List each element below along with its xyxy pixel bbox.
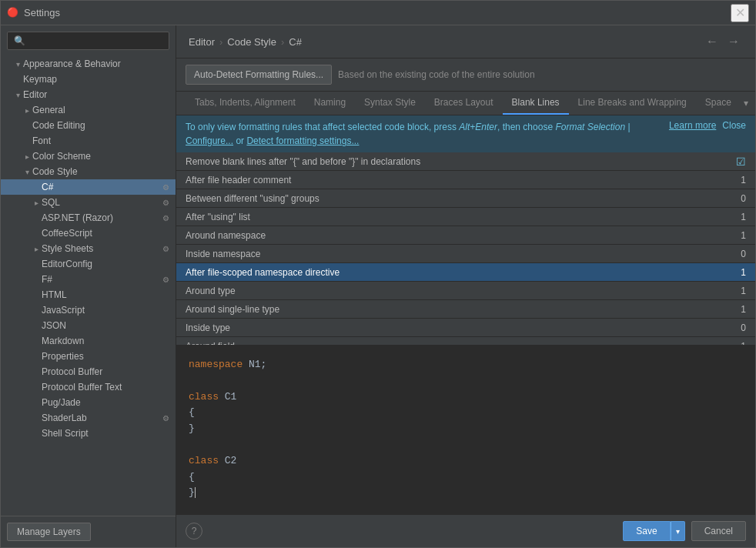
setting-value: 0 (715, 193, 746, 204)
sidebar-item-shaderlab[interactable]: ▾ ShaderLab ⚙ (1, 410, 176, 426)
tabs-more-icon[interactable]: ▾ (741, 95, 751, 112)
setting-row[interactable]: Around single-line type 1 (176, 300, 755, 319)
sidebar-item-pug-jade[interactable]: ▾ Pug/Jade (1, 395, 176, 410)
save-dropdown-button[interactable]: ▾ (671, 521, 685, 541)
sidebar: ▾ Appearance & Behavior ▾ Keymap ▾ Edito… (1, 25, 176, 547)
sidebar-item-shell-script[interactable]: ▾ Shell Script (1, 426, 176, 441)
manage-layers-button[interactable]: Manage Layers (7, 523, 91, 541)
collapse-arrow: ▸ (25, 152, 29, 161)
collapse-arrow: ▸ (35, 199, 38, 207)
sidebar-item-label: Pug/Jade (42, 397, 169, 408)
sidebar-item-label: Code Style (32, 166, 169, 177)
tab-syntax-style[interactable]: Syntax Style (355, 92, 425, 115)
code-line: { (189, 405, 743, 421)
sidebar-item-markdown[interactable]: ▾ Markdown (1, 333, 176, 349)
settings-icon: ⚙ (162, 245, 169, 253)
sidebar-item-label: Style Sheets (42, 243, 162, 254)
setting-row[interactable]: After file header comment 1 (176, 171, 755, 189)
setting-row[interactable]: Around namespace 1 (176, 226, 755, 245)
info-close-button[interactable]: Close (722, 120, 746, 131)
sidebar-item-aspnet[interactable]: ▾ ASP.NET (Razor) ⚙ (1, 210, 176, 226)
setting-row-highlighted[interactable]: After file-scoped namespace directive 1 (176, 263, 755, 282)
sidebar-item-editorconfig[interactable]: ▾ EditorConfig (1, 256, 176, 272)
breadcrumb-nav: ← → (703, 33, 743, 50)
sidebar-item-editor[interactable]: ▾ Editor (1, 87, 176, 102)
setting-row[interactable]: After "using" list 1 (176, 208, 755, 226)
setting-row[interactable]: Around field 1 (176, 337, 755, 345)
code-line: } (189, 421, 743, 437)
code-text: } (189, 486, 195, 498)
sidebar-bottom: Manage Layers (1, 516, 176, 547)
info-text-1: To only view formatting rules that affec… (186, 122, 459, 132)
info-separator: | (625, 122, 630, 132)
tab-blank-lines[interactable]: Blank Lines (503, 92, 569, 115)
tab-tabs-indents[interactable]: Tabs, Indents, Alignment (186, 92, 305, 115)
setting-row[interactable]: Remove blank lines after "{" and before … (176, 152, 755, 171)
code-text: { (189, 471, 195, 483)
setting-value: 1 (715, 230, 746, 241)
auto-detect-button[interactable]: Auto-Detect Formatting Rules... (186, 65, 332, 85)
sidebar-item-code-style[interactable]: ▾ Code Style (1, 164, 176, 179)
sidebar-item-code-editing[interactable]: ▾ Code Editing (1, 118, 176, 133)
collapse-arrow: ▸ (25, 106, 29, 115)
info-detect-link[interactable]: Detect formatting settings... (246, 135, 359, 146)
sidebar-item-label: C# (42, 182, 162, 192)
sidebar-item-label: F# (42, 274, 162, 285)
sidebar-item-label: Appearance & Behavior (23, 58, 169, 69)
save-button[interactable]: Save (623, 521, 670, 541)
sidebar-item-coffeescript[interactable]: ▾ CoffeeScript (1, 226, 176, 241)
setting-value: 1 (715, 286, 746, 296)
sidebar-item-label: Markdown (42, 336, 169, 346)
sidebar-item-general[interactable]: ▸ General (1, 102, 176, 118)
collapse-arrow: ▾ (25, 168, 29, 176)
setting-name: After "using" list (186, 212, 715, 222)
sidebar-item-label: JSON (42, 320, 169, 331)
code-line: namespace N1; (189, 357, 743, 373)
setting-row[interactable]: Inside namespace 0 (176, 245, 755, 263)
info-text-2: , then choose (497, 122, 555, 132)
cancel-button[interactable]: Cancel (691, 521, 746, 541)
sidebar-item-appearance[interactable]: ▾ Appearance & Behavior (1, 56, 176, 72)
tab-line-breaks[interactable]: Line Breaks and Wrapping (569, 92, 696, 115)
sidebar-item-properties[interactable]: ▾ Properties (1, 349, 176, 364)
sidebar-item-csharp[interactable]: ▾ C# ⚙ (1, 179, 176, 195)
sidebar-item-javascript[interactable]: ▾ JavaScript (1, 302, 176, 318)
sidebar-item-html[interactable]: ▾ HTML (1, 287, 176, 302)
setting-name: Around single-line type (186, 304, 715, 315)
app-icon: 🔴 (7, 7, 19, 19)
back-button[interactable]: ← (703, 33, 721, 50)
sidebar-item-label: Code Editing (32, 120, 169, 131)
setting-value: 1 (715, 175, 746, 185)
setting-value: 1 (715, 212, 746, 222)
sidebar-item-sql[interactable]: ▸ SQL ⚙ (1, 195, 176, 210)
sidebar-item-label: ShaderLab (42, 413, 162, 423)
collapse-arrow: ▸ (35, 245, 38, 253)
setting-row[interactable]: Inside type 0 (176, 319, 755, 337)
sidebar-item-json[interactable]: ▾ JSON (1, 318, 176, 333)
code-line: class C2 (189, 453, 743, 469)
sidebar-item-protocol-buffer-text[interactable]: ▾ Protocol Buffer Text (1, 379, 176, 395)
learn-more-link[interactable]: Learn more (669, 120, 716, 131)
tab-space[interactable]: Space (696, 92, 741, 115)
sidebar-item-protocol-buffer[interactable]: ▾ Protocol Buffer (1, 364, 176, 379)
code-text: } (189, 423, 195, 434)
info-text-3: or (233, 135, 246, 146)
sidebar-item-style-sheets[interactable]: ▸ Style Sheets ⚙ (1, 241, 176, 256)
sidebar-item-font[interactable]: ▾ Font (1, 133, 176, 149)
keyword: class (189, 455, 219, 466)
search-input[interactable] (7, 32, 169, 50)
sidebar-item-fsharp[interactable]: ▾ F# ⚙ (1, 272, 176, 287)
sidebar-item-color-scheme[interactable]: ▸ Color Scheme (1, 149, 176, 164)
setting-row[interactable]: Around type 1 (176, 282, 755, 300)
forward-button[interactable]: → (724, 33, 743, 50)
sidebar-item-keymap[interactable]: ▾ Keymap (1, 72, 176, 87)
info-configure-link[interactable]: Configure... (186, 135, 233, 146)
help-button[interactable]: ? (186, 523, 202, 540)
sidebar-item-label: General (32, 105, 169, 115)
tab-naming[interactable]: Naming (305, 92, 355, 115)
window-title: Settings (24, 7, 731, 18)
setting-row[interactable]: Between different "using" groups 0 (176, 189, 755, 208)
close-button[interactable]: ✕ (731, 4, 749, 22)
tab-braces-layout[interactable]: Braces Layout (425, 92, 503, 115)
tabs-bar: Tabs, Indents, Alignment Naming Syntax S… (176, 92, 755, 115)
